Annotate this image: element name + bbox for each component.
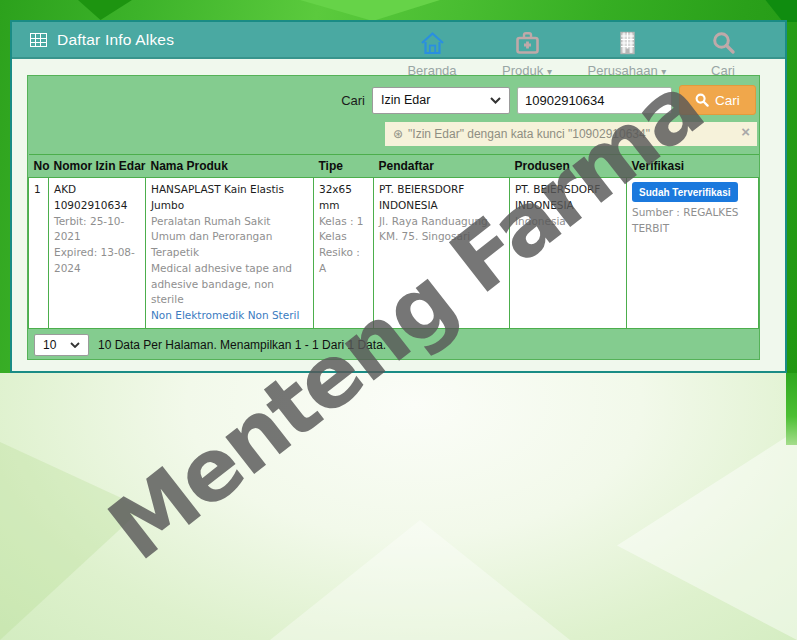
verifikasi-source: Sumber : REGALKES TERBIT (632, 205, 753, 237)
close-icon[interactable]: × (741, 124, 750, 139)
nav-item-produk[interactable]: Produk ▾ (472, 27, 582, 78)
per-page-value: 10 (43, 338, 56, 352)
cell-verifikasi: Sudah Terverifikasi Sumber : REGALKES TE… (627, 178, 759, 329)
search-button-label: Cari (715, 93, 740, 108)
table-row: 1 AKD 10902910634 Terbit: 25-10-2021 Exp… (29, 178, 759, 329)
product-category: Peralatan Rumah Sakit Umum dan Peroranga… (151, 214, 308, 261)
col-header-no: No (29, 155, 49, 178)
pagination-bar: 10 10 Data Per Halaman. Menampilkan 1 - … (28, 329, 759, 356)
search-icon (695, 93, 709, 107)
search-label: Cari (341, 93, 365, 108)
search-bar: Cari Izin Edar Cari (28, 76, 759, 115)
search-icon (668, 27, 778, 56)
alert-row: ⊛ "Izin Edar" dengan kata kunci "1090291… (28, 115, 759, 146)
main-panel: Daftar Info Alkes Beranda Produ (10, 20, 787, 373)
search-result-alert: ⊛ "Izin Edar" dengan kata kunci "1090291… (385, 122, 757, 146)
table-grid-icon (30, 33, 47, 47)
search-input[interactable] (517, 87, 672, 114)
search-button[interactable]: Cari (679, 85, 756, 115)
cell-pendaftar: PT. BEIERSDORF INDONESIA Jl. Raya Randua… (374, 178, 510, 329)
cell-nomor-izin-edar: AKD 10902910634 Terbit: 25-10-2021 Expir… (49, 178, 146, 329)
col-header-pendaftar: Pendaftar (374, 155, 510, 178)
page-title: Daftar Info Alkes (57, 31, 174, 49)
cell-produsen: PT. BEIERSDORF INDONESIA Indonesia (510, 178, 627, 329)
cell-tipe: 32x65 mm Kelas : 1 Kelas Resiko : A (314, 178, 374, 329)
col-header-tipe: Tipe (314, 155, 374, 178)
content-container: Cari Izin Edar Cari ⊛ "Izin Edar" dengan… (27, 75, 760, 360)
search-filter-select[interactable]: Izin Edar (372, 87, 510, 114)
product-type-link[interactable]: Non Elektromedik Non Steril (151, 308, 308, 324)
izin-number: AKD 10902910634 (54, 182, 140, 214)
chevron-down-icon (490, 97, 501, 104)
results-table: No Nomor Izin Edar Nama Produk Tipe Pend… (28, 154, 759, 329)
nav-item-cari[interactable]: Cari (668, 27, 778, 78)
tipe-value: 32x65 mm (319, 182, 368, 214)
search-filter-value: Izin Edar (381, 93, 430, 107)
produsen-name: PT. BEIERSDORF INDONESIA (515, 182, 621, 214)
col-header-verifikasi: Verifikasi (627, 155, 759, 178)
verified-status-badge[interactable]: Sudah Terverifikasi (632, 182, 738, 202)
pendaftar-address: Jl. Raya Randuagung KM. 75. Singosari (379, 214, 504, 246)
col-header-nomor-izin-edar: Nomor Izin Edar (49, 155, 146, 178)
col-header-produsen: Produsen (510, 155, 627, 178)
izin-terbit: Terbit: 25-10-2021 (54, 214, 140, 246)
cell-no: 1 (29, 178, 49, 329)
izin-expired: Expired: 13-08-2024 (54, 245, 140, 277)
product-description: Medical adhesive tape and adhesive banda… (151, 261, 308, 308)
alert-text: "Izin Edar" dengan kata kunci "109029106… (408, 127, 650, 141)
pagination-summary: 10 Data Per Halaman. Menampilkan 1 - 1 D… (98, 338, 386, 352)
chevron-down-icon (70, 342, 80, 348)
circled-asterisk-icon: ⊛ (393, 127, 403, 141)
home-icon (377, 27, 487, 56)
building-icon (572, 27, 682, 56)
col-header-nama-produk: Nama Produk (146, 155, 314, 178)
product-name: HANSAPLAST Kain Elastis Jumbo (151, 182, 308, 214)
cell-nama-produk: HANSAPLAST Kain Elastis Jumbo Peralatan … (146, 178, 314, 329)
per-page-select[interactable]: 10 (34, 334, 89, 356)
nav-item-perusahaan[interactable]: Perusahaan ▾ (572, 27, 682, 78)
pendaftar-name: PT. BEIERSDORF INDONESIA (379, 182, 504, 214)
tipe-kelas: Kelas : 1 (319, 214, 368, 230)
produsen-country: Indonesia (515, 214, 621, 230)
page: Daftar Info Alkes Beranda Produ (0, 0, 797, 640)
nav-item-beranda[interactable]: Beranda (377, 27, 487, 78)
tipe-kelas-resiko: Kelas Resiko : A (319, 229, 368, 276)
table-header-row: No Nomor Izin Edar Nama Produk Tipe Pend… (29, 155, 759, 178)
medical-kit-icon (472, 27, 582, 56)
background-facet (786, 373, 797, 445)
